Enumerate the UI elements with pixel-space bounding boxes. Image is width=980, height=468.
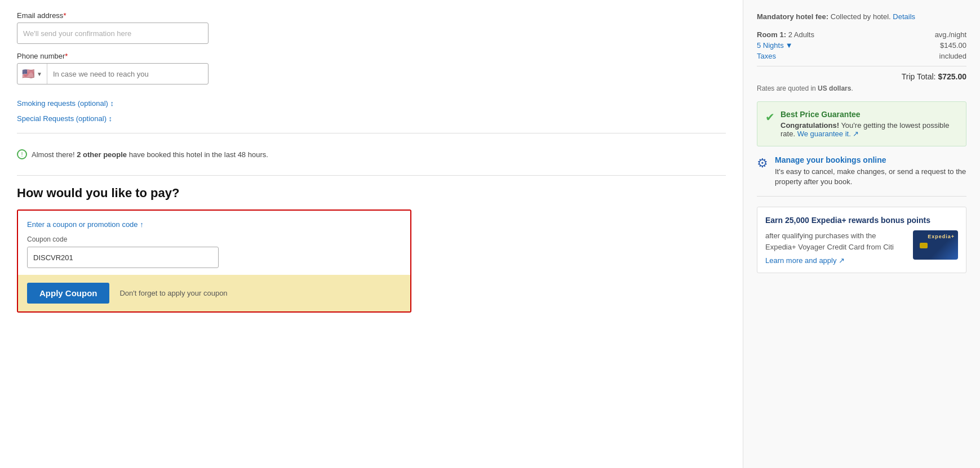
external-link-icon: ↗ (839, 256, 845, 265)
best-price-box: ✔ Best Price Guarantee Congratulations! … (757, 101, 966, 146)
email-required: * (63, 11, 66, 20)
rewards-link[interactable]: Learn more and apply ↗ (765, 256, 845, 265)
best-price-title: Best Price Guarantee (781, 110, 958, 119)
taxes-value: included (939, 52, 966, 60)
external-link-icon: ↗ (853, 130, 859, 138)
apply-coupon-button[interactable]: Apply Coupon (27, 283, 109, 304)
avg-night-label: avg./night (935, 30, 966, 39)
special-requests-link[interactable]: Special Requests (optional) ↕ (17, 114, 726, 123)
alert-row: ! Almost there! 2 other people have book… (17, 144, 726, 165)
coupon-reminder-text: Don't forget to apply your coupon (119, 289, 227, 297)
manage-body: It's easy to cancel, make changes, or se… (775, 167, 966, 187)
pay-title: How would you like to pay? (17, 186, 726, 200)
mandatory-fee-section: Mandatory hotel fee: Collected by hotel.… (757, 11, 966, 23)
coupon-input[interactable] (27, 247, 219, 268)
phone-required: * (65, 52, 68, 60)
check-icon: ✔ (765, 110, 775, 124)
nights-link[interactable]: 5 Nights ▼ (757, 41, 793, 50)
divider-1 (17, 133, 726, 133)
coupon-footer: Apply Coupon Don't forget to apply your … (18, 275, 410, 311)
divider-2 (17, 175, 726, 176)
rewards-box: Earn 25,000 Expedia+ rewards bonus point… (757, 207, 966, 274)
credit-card-image: Expedia+ (913, 230, 958, 260)
alert-icon: ! (17, 149, 27, 159)
rewards-title: Earn 25,000 Expedia+ rewards bonus point… (765, 215, 958, 226)
trip-total-amount: $725.00 (938, 72, 966, 81)
room-row: Room 1: 2 Adults avg./night (757, 30, 966, 39)
nights-row: 5 Nights ▼ $145.00 (757, 41, 966, 50)
alert-text: Almost there! 2 other people have booked… (32, 150, 268, 159)
manage-bookings-section: ⚙ Manage your bookings online It's easy … (757, 155, 966, 197)
guarantee-link[interactable]: We guarantee it. ↗ (797, 130, 859, 138)
phone-label: Phone number* (17, 52, 726, 60)
taxes-row: Taxes included (757, 52, 966, 60)
currency-note: Rates are quoted in US dollars. (757, 84, 966, 92)
email-input[interactable] (17, 23, 209, 44)
phone-field[interactable]: 🇺🇸 ▼ (17, 63, 209, 84)
flag-icon: 🇺🇸 (22, 68, 34, 80)
coupon-box: Enter a coupon or promotion code ↑ Coupo… (17, 210, 411, 313)
country-code-select[interactable]: 🇺🇸 ▼ (17, 64, 47, 84)
smoking-requests-link[interactable]: Smoking requests (optional) ↕ (17, 99, 114, 108)
phone-input[interactable] (47, 70, 208, 78)
taxes-link[interactable]: Taxes (757, 52, 776, 60)
chevron-down-icon: ▼ (786, 41, 793, 50)
pricing-divider (757, 66, 966, 66)
gear-icon: ⚙ (757, 156, 768, 171)
trip-total-row: Trip Total: $725.00 (757, 72, 966, 81)
mandatory-details-link[interactable]: Details (893, 12, 915, 21)
coupon-toggle-link[interactable]: Enter a coupon or promotion code ↑ (27, 220, 144, 229)
nights-price: $145.00 (940, 41, 966, 50)
email-label: Email address* (17, 11, 726, 20)
rewards-body: after qualifying purchases with the Expe… (765, 230, 906, 252)
card-logo: Expedia+ (928, 234, 955, 239)
manage-title[interactable]: Manage your bookings online (775, 155, 966, 164)
coupon-label: Coupon code (27, 235, 401, 243)
best-price-body: Congratulations! You're getting the lowe… (781, 121, 958, 138)
chevron-down-icon: ▼ (37, 71, 42, 77)
card-chip (920, 243, 928, 248)
